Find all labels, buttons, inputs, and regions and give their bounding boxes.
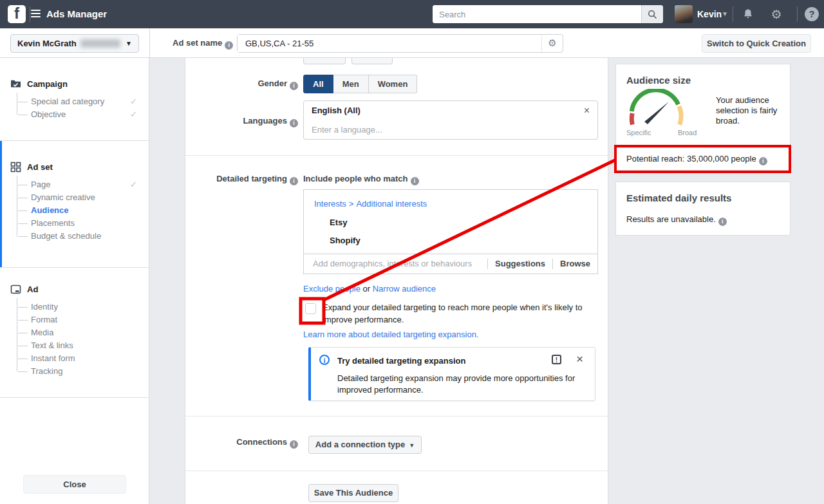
name-template-gear-icon[interactable]: ⚙: [541, 35, 563, 52]
learn-more-link[interactable]: Learn more about detailed targeting expa…: [303, 330, 478, 339]
check-icon: ✓: [130, 108, 137, 121]
potential-reach-text: Potential reach: 35,000,000 peoplei: [626, 154, 767, 165]
ad-screen-icon: [10, 284, 21, 295]
sidebar-item-identity[interactable]: Identity: [31, 301, 149, 313]
sidebar-divider: [0, 140, 149, 141]
check-icon: ✓: [130, 178, 137, 191]
chevron-down-icon[interactable]: ▼: [722, 10, 728, 17]
audience-settings-panel: 21 ▼ 55 ▼ Genderi All Men Women Language…: [185, 55, 608, 504]
daily-results-title: Estimated daily results: [626, 192, 731, 203]
remove-language-icon[interactable]: ×: [584, 101, 590, 120]
sidebar-item-special-ad-category[interactable]: Special ad category ✓: [31, 95, 149, 108]
estimated-daily-results-card: Estimated daily results Results are unav…: [616, 182, 790, 235]
gender-option-women[interactable]: Women: [369, 75, 418, 93]
expand-targeting-checkbox[interactable]: [305, 303, 316, 314]
connections-label: Connectionsi: [185, 437, 298, 449]
exclude-narrow-row: Exclude people or Narrow audience: [303, 284, 436, 294]
sidebar-item-dynamic-creative[interactable]: Dynamic creative: [31, 191, 149, 204]
add-demographics-input[interactable]: [304, 254, 491, 273]
facebook-logo-icon[interactable]: f: [8, 5, 26, 23]
search-icon: [648, 10, 657, 19]
audience-size-card: Audience size Specific Broad Your audien…: [616, 64, 790, 145]
section-divider: [185, 416, 608, 416]
gender-label: Genderi: [185, 79, 298, 90]
audience-description: Your audience selection is fairly broad.: [716, 95, 783, 126]
sidebar-item-format[interactable]: Format: [31, 313, 149, 326]
info-icon[interactable]: i: [290, 82, 298, 90]
targeting-search-row: Suggestions Browse: [304, 254, 597, 274]
ad-section-title[interactable]: Ad: [0, 281, 149, 298]
include-people-heading: Include people who matchi: [303, 174, 419, 185]
caret-down-icon: ▼: [409, 442, 415, 449]
nav-user-name[interactable]: Kevin: [697, 9, 722, 19]
sidebar-item-audience[interactable]: Audience: [31, 204, 149, 217]
sidebar-item-tracking[interactable]: Tracking: [31, 365, 149, 378]
close-icon[interactable]: ×: [576, 352, 583, 366]
avatar[interactable]: [675, 5, 693, 23]
help-icon[interactable]: ?: [805, 7, 819, 21]
info-icon[interactable]: i: [290, 119, 298, 127]
campaign-section-title[interactable]: Campaign: [0, 76, 149, 93]
potential-reach-card: Potential reach: 35,000,000 peoplei: [616, 148, 790, 170]
sidebar-item-budget-schedule[interactable]: Budget & schedule: [31, 230, 149, 243]
audience-size-gauge: [621, 89, 692, 130]
ad-set-name-label: Ad set namei: [173, 38, 233, 50]
suggestions-button[interactable]: Suggestions: [488, 259, 552, 268]
info-icon[interactable]: i: [290, 177, 298, 185]
hamburger-menu-icon[interactable]: [31, 10, 41, 19]
notifications-bell-icon[interactable]: [740, 7, 756, 21]
sidebar-section-campaign: Campaign Special ad category ✓ Objective…: [0, 76, 149, 121]
switch-quick-creation-button[interactable]: Switch to Quick Creation: [702, 34, 811, 53]
expand-targeting-text: Expand your detailed targeting to reach …: [323, 301, 595, 326]
chevron-down-icon: ▼: [126, 40, 132, 47]
gender-option-men[interactable]: Men: [333, 75, 369, 93]
sidebar-item-text-links[interactable]: Text & links: [31, 339, 149, 352]
language-selected-chip: English (All) ×: [303, 100, 598, 120]
detailed-targeting-box: Interests>Additional interests Etsy Shop…: [303, 189, 598, 274]
language-search-input[interactable]: [303, 120, 598, 140]
sidebar-item-media[interactable]: Media: [31, 326, 149, 339]
narrow-audience-link[interactable]: Narrow audience: [373, 284, 436, 294]
save-this-audience-button[interactable]: Save This Audience: [308, 484, 398, 502]
daily-results-text: Results are unavailable.i: [626, 214, 727, 226]
info-icon[interactable]: i: [759, 157, 767, 165]
exclude-people-link[interactable]: Exclude people: [303, 284, 360, 294]
sidebar-item-page[interactable]: Page ✓: [31, 178, 149, 191]
sidebar-divider: [0, 397, 149, 398]
sidebar-item-objective[interactable]: Objective ✓: [31, 108, 149, 121]
account-name: Kevin McGrath: [17, 39, 77, 48]
close-button[interactable]: Close: [23, 475, 126, 494]
toolbar-divider: [149, 28, 150, 58]
browse-button[interactable]: Browse: [553, 259, 597, 268]
search-input[interactable]: [433, 5, 640, 23]
add-connection-type-button[interactable]: Add a connection type▼: [308, 436, 422, 454]
info-icon[interactable]: i: [290, 440, 298, 449]
ad-set-grid-icon: [10, 162, 21, 173]
sidebar-item-placements[interactable]: Placements: [31, 217, 149, 230]
feedback-icon[interactable]: !: [552, 355, 561, 364]
top-nav: f Ads Manager Kevin ▼ ⚙ ?: [0, 0, 824, 28]
callout-title: Try detailed targeting expansion: [337, 356, 465, 366]
audience-size-title: Audience size: [626, 75, 691, 86]
languages-label: Languagesi: [185, 116, 298, 127]
ad-set-section-title[interactable]: Ad set: [0, 159, 149, 176]
settings-gear-icon[interactable]: ⚙: [769, 7, 784, 21]
ad-set-name-input[interactable]: [238, 35, 539, 52]
gauge-specific-label: Specific: [626, 129, 651, 136]
sidebar-divider: [0, 267, 149, 268]
check-icon: ✓: [130, 95, 137, 108]
detailed-targeting-label: Detailed targetingi: [185, 174, 298, 185]
interest-item[interactable]: Shopify: [330, 236, 360, 245]
gender-option-all[interactable]: All: [303, 75, 333, 93]
sidebar-item-instant-form[interactable]: Instant form: [31, 352, 149, 365]
breadcrumb-additional-interests-link[interactable]: Additional interests: [356, 199, 427, 209]
gauge-dial-icon: [621, 89, 692, 127]
breadcrumb-interests-link[interactable]: Interests: [314, 199, 346, 209]
interest-item[interactable]: Etsy: [330, 218, 347, 227]
account-selector[interactable]: Kevin McGrath ▼: [10, 34, 139, 53]
search-button[interactable]: [641, 5, 663, 23]
info-icon[interactable]: i: [718, 218, 727, 226]
info-icon[interactable]: i: [225, 41, 233, 50]
info-icon[interactable]: i: [411, 177, 419, 185]
sidebar-section-ad: Ad Identity Format Media Text & links In…: [0, 281, 149, 378]
